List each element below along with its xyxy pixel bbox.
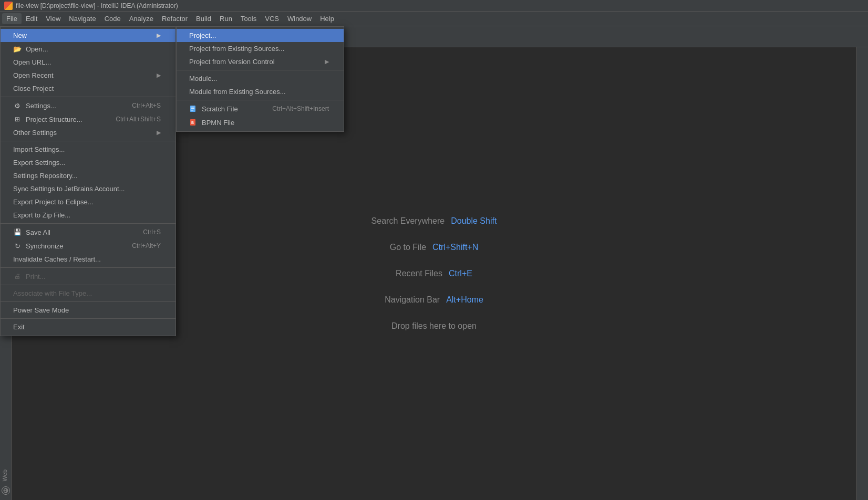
file-menu-print-label: Print... bbox=[26, 273, 46, 280]
new-submenu-scratch-file-label: Scratch File bbox=[202, 105, 238, 113]
file-menu-export-zip[interactable]: Export to Zip File... bbox=[1, 209, 175, 222]
file-menu-import-settings[interactable]: Import Settings... bbox=[1, 143, 175, 156]
file-menu-print: 🖨 Print... bbox=[1, 269, 175, 283]
menu-file[interactable]: File bbox=[2, 13, 22, 24]
file-menu-associate-file-type: Associate with File Type... bbox=[1, 287, 175, 300]
file-menu-new[interactable]: New ▶ bbox=[1, 29, 175, 42]
menu-bar: File Edit View Navigate Code Analyze Ref… bbox=[0, 12, 868, 26]
file-menu-open-url[interactable]: Open URL... bbox=[1, 56, 175, 69]
separator-5 bbox=[1, 285, 175, 285]
file-menu-settings-label: Settings... bbox=[26, 102, 56, 110]
hint-drop-files: Drop files here to open bbox=[391, 321, 477, 331]
sidebar-web-label[interactable]: Web bbox=[2, 465, 10, 496]
menu-analyze[interactable]: Analyze bbox=[125, 13, 158, 24]
file-menu-new-label: New bbox=[13, 32, 27, 39]
menu-navigate[interactable]: Navigate bbox=[65, 13, 100, 24]
file-menu-settings-repo-label: Settings Repository... bbox=[13, 172, 78, 180]
file-menu-export-eclipse-label: Export Project to Eclipse... bbox=[13, 198, 93, 206]
hint-recent-files-shortcut: Ctrl+E bbox=[449, 269, 472, 278]
file-menu-settings-repo[interactable]: Settings Repository... bbox=[1, 169, 175, 182]
file-menu-invalidate-caches[interactable]: Invalidate Caches / Restart... bbox=[1, 253, 175, 266]
hint-goto-file-text: Go to File bbox=[390, 243, 426, 252]
save-icon: 💾 bbox=[13, 228, 22, 236]
new-submenu-project-existing-label: Project from Existing Sources... bbox=[189, 45, 284, 53]
project-structure-shortcut: Ctrl+Alt+Shift+S bbox=[116, 116, 161, 123]
svg-rect-15 bbox=[191, 108, 194, 109]
title-bar: file-view [D:\project\file-view] - Intel… bbox=[0, 0, 868, 12]
new-submenu-module-existing-label: Module from Existing Sources... bbox=[189, 88, 286, 96]
new-submenu-project-label: Project... bbox=[189, 32, 216, 39]
new-submenu-project[interactable]: Project... bbox=[177, 29, 344, 42]
app-icon bbox=[4, 2, 13, 10]
file-menu-export-settings[interactable]: Export Settings... bbox=[1, 156, 175, 169]
menu-build[interactable]: Build bbox=[192, 13, 215, 24]
new-submenu-module[interactable]: Module... bbox=[177, 72, 344, 85]
file-menu-project-structure[interactable]: ⊞ Project Structure... Ctrl+Alt+Shift+S bbox=[1, 112, 175, 126]
hint-drop-files-text: Drop files here to open bbox=[391, 321, 477, 331]
menu-run[interactable]: Run bbox=[215, 13, 236, 24]
file-menu-sync-jetbrains[interactable]: Sync Settings to JetBrains Account... bbox=[1, 182, 175, 195]
file-menu-exit[interactable]: Exit bbox=[1, 320, 175, 334]
separator-4 bbox=[1, 267, 175, 268]
menu-edit[interactable]: Edit bbox=[22, 13, 42, 24]
new-submenu-scratch-file[interactable]: Scratch File Ctrl+Alt+Shift+Insert bbox=[177, 102, 344, 116]
separator-7 bbox=[1, 318, 175, 319]
hint-navigation-bar-text: Navigation Bar bbox=[385, 295, 440, 305]
hint-navigation-bar: Navigation Bar Alt+Home bbox=[385, 295, 483, 305]
bpmn-icon: B bbox=[189, 118, 198, 127]
menu-refactor[interactable]: Refactor bbox=[158, 13, 192, 24]
new-submenu-arrow: ▶ bbox=[157, 32, 161, 39]
window-title: file-view [D:\project\file-view] - Intel… bbox=[16, 2, 178, 9]
new-submenu-bpmn-file[interactable]: B BPMN File bbox=[177, 116, 344, 129]
menu-view[interactable]: View bbox=[42, 13, 65, 24]
menu-tools[interactable]: Tools bbox=[236, 13, 261, 24]
new-submenu-module-existing[interactable]: Module from Existing Sources... bbox=[177, 85, 344, 98]
file-menu-associate-file-type-label: Associate with File Type... bbox=[13, 289, 92, 297]
right-panel bbox=[856, 47, 868, 500]
other-settings-arrow: ▶ bbox=[157, 129, 161, 136]
new-submenu-project-existing[interactable]: Project from Existing Sources... bbox=[177, 42, 344, 55]
file-menu-other-settings[interactable]: Other Settings ▶ bbox=[1, 126, 175, 139]
hint-recent-files-text: Recent Files bbox=[396, 269, 442, 278]
menu-code[interactable]: Code bbox=[100, 13, 125, 24]
file-menu-project-structure-label: Project Structure... bbox=[26, 116, 82, 123]
new-submenu: Project... Project from Existing Sources… bbox=[176, 26, 344, 132]
file-menu-close-project-label: Close Project bbox=[13, 85, 54, 92]
open-recent-arrow: ▶ bbox=[157, 72, 161, 79]
menu-window[interactable]: Window bbox=[283, 13, 316, 24]
file-menu-power-save-label: Power Save Mode bbox=[13, 306, 69, 314]
menu-vcs[interactable]: VCS bbox=[261, 13, 283, 24]
open-folder-icon: 📂 bbox=[13, 45, 22, 53]
file-menu-close-project[interactable]: Close Project bbox=[1, 82, 175, 95]
new-submenu-module-label: Module... bbox=[189, 75, 217, 82]
separator-6 bbox=[1, 301, 175, 302]
svg-rect-14 bbox=[191, 107, 194, 108]
new-separator-2 bbox=[177, 100, 344, 100]
file-menu-open[interactable]: 📂 Open... bbox=[1, 42, 175, 56]
sync-icon: ↻ bbox=[13, 242, 22, 250]
file-menu-open-url-label: Open URL... bbox=[13, 58, 51, 66]
file-menu-settings[interactable]: ⚙ Settings... Ctrl+Alt+S bbox=[1, 99, 175, 112]
file-menu-other-settings-label: Other Settings bbox=[13, 129, 57, 137]
file-menu-invalidate-caches-label: Invalidate Caches / Restart... bbox=[13, 255, 101, 263]
hint-recent-files: Recent Files Ctrl+E bbox=[396, 269, 472, 278]
project-structure-icon: ⊞ bbox=[13, 115, 22, 123]
file-menu-open-recent[interactable]: Open Recent ▶ bbox=[1, 69, 175, 82]
file-menu-export-settings-label: Export Settings... bbox=[13, 159, 65, 166]
new-separator-1 bbox=[177, 70, 344, 70]
new-submenu-project-vcs[interactable]: Project from Version Control ▶ bbox=[177, 55, 344, 68]
menu-help[interactable]: Help bbox=[316, 13, 338, 24]
file-menu-open-label: Open... bbox=[26, 45, 48, 53]
svg-rect-16 bbox=[191, 110, 193, 111]
file-menu-save-all[interactable]: 💾 Save All Ctrl+S bbox=[1, 225, 175, 239]
file-menu-dropdown: New ▶ 📂 Open... Open URL... Open Recent … bbox=[0, 26, 176, 336]
file-menu-export-eclipse[interactable]: Export Project to Eclipse... bbox=[1, 195, 175, 209]
file-menu-sync-jetbrains-label: Sync Settings to JetBrains Account... bbox=[13, 185, 125, 193]
file-menu-power-save[interactable]: Power Save Mode bbox=[1, 304, 175, 317]
hint-search-everywhere: Search Everywhere Double Shift bbox=[371, 216, 497, 226]
save-all-shortcut: Ctrl+S bbox=[143, 228, 161, 236]
hint-goto-file: Go to File Ctrl+Shift+N bbox=[390, 243, 479, 252]
file-menu-save-all-label: Save All bbox=[26, 228, 50, 236]
file-menu-exit-label: Exit bbox=[13, 323, 25, 331]
file-menu-synchronize[interactable]: ↻ Synchronize Ctrl+Alt+Y bbox=[1, 239, 175, 253]
